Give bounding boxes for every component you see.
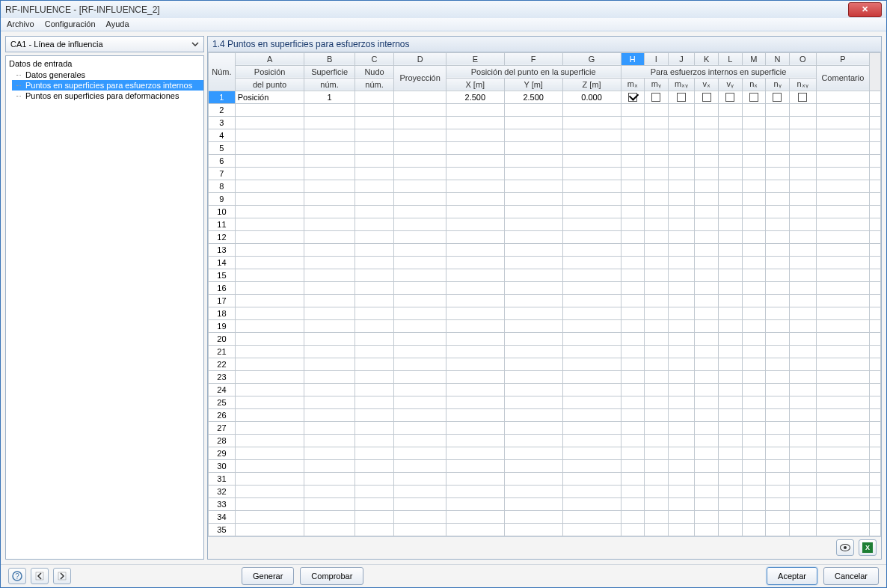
row-number[interactable]: 18 — [209, 307, 236, 319]
cell[interactable] — [668, 319, 695, 332]
cell[interactable] — [621, 485, 645, 497]
row-number[interactable]: 9 — [209, 192, 236, 205]
cell[interactable] — [621, 167, 645, 180]
cell[interactable] — [695, 167, 719, 180]
cell[interactable] — [719, 205, 743, 218]
cell[interactable] — [235, 345, 304, 358]
cell[interactable] — [766, 510, 790, 523]
cell[interactable] — [719, 192, 743, 205]
cell[interactable] — [621, 154, 645, 167]
cell[interactable] — [719, 256, 743, 269]
cell[interactable] — [304, 319, 355, 332]
cell[interactable] — [719, 141, 743, 154]
row-number[interactable]: 4 — [209, 129, 236, 141]
cell[interactable] — [695, 307, 719, 319]
cell[interactable] — [719, 230, 743, 243]
cell[interactable] — [719, 218, 743, 230]
row-number[interactable]: 5 — [209, 141, 236, 154]
cell[interactable] — [621, 281, 645, 294]
cell[interactable] — [504, 180, 562, 192]
cell[interactable] — [304, 472, 355, 485]
cell[interactable] — [394, 192, 446, 205]
cell[interactable] — [504, 192, 562, 205]
col-letter-a[interactable]: A — [235, 52, 304, 65]
cell[interactable] — [816, 116, 870, 129]
cell[interactable] — [355, 91, 394, 103]
cell[interactable] — [621, 434, 645, 447]
cell[interactable] — [742, 485, 766, 497]
cell[interactable] — [668, 447, 695, 459]
cell[interactable] — [562, 459, 621, 472]
cell[interactable] — [816, 383, 870, 396]
cell[interactable] — [235, 421, 304, 434]
cell[interactable] — [742, 434, 766, 447]
cell[interactable] — [789, 154, 816, 167]
view-button[interactable] — [836, 539, 854, 556]
cell[interactable] — [816, 319, 870, 332]
cell[interactable] — [504, 218, 562, 230]
cell[interactable] — [816, 141, 870, 154]
cell[interactable] — [719, 269, 743, 281]
cell[interactable] — [446, 218, 504, 230]
cell[interactable] — [695, 485, 719, 497]
row-number[interactable]: 12 — [209, 230, 236, 243]
cell[interactable] — [504, 269, 562, 281]
next-button[interactable] — [53, 568, 71, 584]
cell[interactable] — [645, 497, 669, 510]
cell[interactable] — [645, 472, 669, 485]
cell[interactable] — [504, 408, 562, 421]
cell[interactable] — [394, 294, 446, 307]
cell[interactable] — [645, 370, 669, 383]
cell[interactable] — [504, 485, 562, 497]
cell[interactable] — [668, 434, 695, 447]
cell[interactable] — [446, 167, 504, 180]
cell[interactable] — [789, 447, 816, 459]
cell[interactable] — [304, 307, 355, 319]
cell[interactable] — [504, 129, 562, 141]
cell[interactable] — [621, 192, 645, 205]
col-letter-l[interactable]: L — [719, 52, 743, 65]
col-letter-k[interactable]: K — [695, 52, 719, 65]
cell[interactable] — [695, 345, 719, 358]
cell[interactable] — [621, 497, 645, 510]
cell[interactable] — [668, 332, 695, 345]
cell[interactable] — [304, 154, 355, 167]
cell[interactable] — [304, 269, 355, 281]
cell[interactable] — [621, 230, 645, 243]
cell[interactable] — [645, 345, 669, 358]
cell[interactable] — [304, 230, 355, 243]
table-row[interactable]: 27 — [209, 421, 881, 434]
cell[interactable] — [355, 205, 394, 218]
row-number[interactable]: 16 — [209, 281, 236, 294]
cell[interactable] — [742, 472, 766, 485]
cell[interactable] — [446, 358, 504, 370]
cell[interactable] — [562, 218, 621, 230]
cell[interactable] — [742, 523, 766, 536]
cell[interactable] — [719, 345, 743, 358]
cell[interactable] — [766, 167, 790, 180]
row-number[interactable]: 35 — [209, 523, 236, 536]
cell[interactable]: 2.500 — [504, 91, 562, 103]
generar-button[interactable]: Generar — [242, 567, 294, 585]
cell[interactable] — [742, 154, 766, 167]
cell[interactable] — [719, 485, 743, 497]
cell[interactable] — [304, 180, 355, 192]
col-letter-p[interactable]: P — [816, 52, 870, 65]
cell[interactable] — [695, 497, 719, 510]
help-button[interactable]: ? — [8, 568, 26, 584]
table-row[interactable]: 21 — [209, 345, 881, 358]
cell[interactable] — [742, 269, 766, 281]
cell[interactable] — [695, 141, 719, 154]
cell[interactable] — [235, 167, 304, 180]
cell[interactable] — [789, 396, 816, 408]
table-row[interactable]: 23 — [209, 370, 881, 383]
cell[interactable] — [304, 510, 355, 523]
cell[interactable] — [789, 459, 816, 472]
table-row[interactable]: 34 — [209, 510, 881, 523]
cell[interactable] — [668, 345, 695, 358]
cell[interactable] — [719, 434, 743, 447]
cell[interactable] — [235, 485, 304, 497]
cell[interactable] — [719, 319, 743, 332]
cell[interactable] — [621, 510, 645, 523]
col-letter-d[interactable]: D — [394, 52, 446, 65]
